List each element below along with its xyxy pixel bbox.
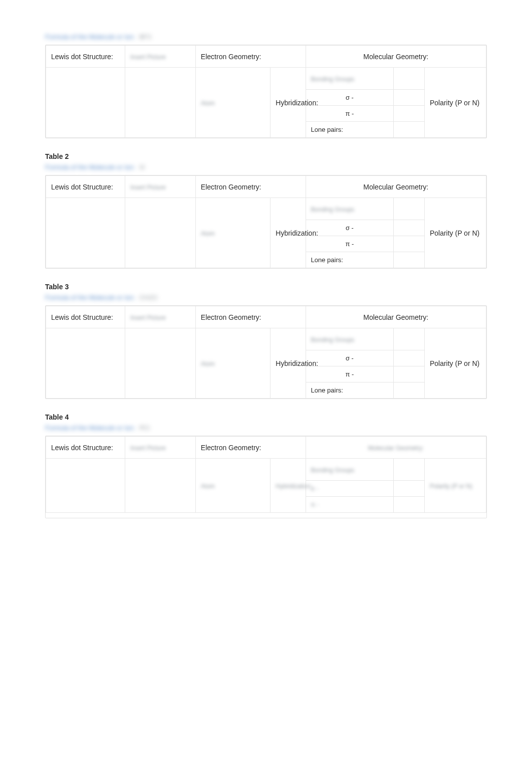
lewis-area-left xyxy=(46,328,125,399)
bonding-groups-cell: Bonding Groups xyxy=(306,459,394,481)
lewis-area-left xyxy=(46,68,125,138)
pi-value xyxy=(394,366,425,382)
formula-value: BF3 xyxy=(139,33,151,41)
lewis-label: Lewis dot Structure: xyxy=(46,176,125,198)
lewis-area-right xyxy=(125,459,196,513)
insert-picture-hint: Insert Picture xyxy=(130,445,166,452)
sigma-label: σ - xyxy=(311,485,319,492)
hybridization-label: Hybridization: xyxy=(276,483,312,490)
atom-cell: Atom xyxy=(195,198,270,268)
lewis-area-right xyxy=(125,198,196,268)
formula-label: Formula of the Molecule or Ion: xyxy=(45,33,135,41)
insert-picture-hint: Insert Picture xyxy=(130,54,166,61)
table-1: Lewis dot Structure: Insert Picture Elec… xyxy=(45,45,487,138)
bonding-groups-value xyxy=(394,459,425,481)
bonding-groups-value xyxy=(394,198,425,220)
molecular-geometry-label: Molecular Geometry: xyxy=(306,306,486,328)
atom-hint: Atom xyxy=(201,100,215,107)
electron-geometry-label: Electron Geometry: xyxy=(195,46,306,68)
lewis-picture-cell: Insert Picture xyxy=(125,306,196,328)
bonding-groups-hint: Bonding Groups xyxy=(311,76,355,83)
table-3-heading: Table 3 xyxy=(45,283,487,291)
formula-label: Formula of the Molecule or Ion: xyxy=(45,424,135,432)
pi-label: π - xyxy=(306,236,394,252)
lewis-picture-cell: Insert Picture xyxy=(125,176,196,198)
bonding-groups-cell: Bonding Groups xyxy=(306,328,394,350)
bonding-groups-cell: Bonding Groups xyxy=(306,68,394,90)
atom-cell: Atom xyxy=(195,68,270,138)
bonding-groups-hint: Bonding Groups xyxy=(311,336,355,343)
table-2: Lewis dot Structure: Insert Picture Elec… xyxy=(45,175,487,269)
polarity-label: Polarity (P or N) xyxy=(424,68,486,138)
hybridization-label: Hybridization: xyxy=(271,68,306,138)
formula-label: Formula of the Molecule or Ion: xyxy=(45,294,135,301)
sigma-cell: σ - xyxy=(306,481,394,497)
pi-label: π - xyxy=(306,366,394,382)
sigma-value xyxy=(394,220,425,236)
bonding-groups-value xyxy=(394,68,425,90)
hybridization-cell: Hybridization: xyxy=(271,459,306,513)
lone-pairs-value xyxy=(394,382,425,399)
lewis-area-left xyxy=(46,198,125,268)
geometry-table: Lewis dot Structure: Insert Picture Elec… xyxy=(46,306,486,399)
pi-label: π - xyxy=(311,501,319,508)
atom-hint: Atom xyxy=(201,360,215,367)
lone-pairs-label: Lone pairs: xyxy=(306,122,394,138)
atom-hint: Atom xyxy=(201,230,215,237)
sigma-label: σ - xyxy=(306,90,394,106)
formula-value: CH2O xyxy=(139,294,157,301)
lewis-area-left xyxy=(46,459,125,513)
pi-value xyxy=(394,497,425,513)
molecular-geometry-label: Molecular Geometry: xyxy=(368,445,424,452)
lewis-picture-cell: Insert Picture xyxy=(125,437,196,459)
pi-cell: π - xyxy=(306,497,394,513)
formula-line-2: Formula of the Molecule or Ion: I3 xyxy=(45,163,487,171)
table-2-heading: Table 2 xyxy=(45,152,487,160)
pi-value xyxy=(394,236,425,252)
sigma-value xyxy=(394,481,425,497)
table-4: Lewis dot Structure: Insert Picture Elec… xyxy=(45,436,487,518)
atom-cell: Atom xyxy=(195,328,270,399)
lone-pairs-label: Lone pairs: xyxy=(306,382,394,399)
formula-label: Formula of the Molecule or Ion: xyxy=(45,163,135,171)
sigma-label: σ - xyxy=(306,350,394,366)
geometry-table: Lewis dot Structure: Insert Picture Elec… xyxy=(46,45,486,138)
lone-pairs-value xyxy=(394,252,425,268)
insert-picture-hint: Insert Picture xyxy=(130,184,166,191)
lewis-picture-cell: Insert Picture xyxy=(125,46,196,68)
sigma-value xyxy=(394,90,425,106)
geometry-table: Lewis dot Structure: Insert Picture Elec… xyxy=(46,436,486,513)
atom-cell: Atom xyxy=(195,459,270,513)
electron-geometry-label: Electron Geometry: xyxy=(195,306,306,328)
lewis-area-right xyxy=(125,328,196,399)
formula-line-4: Formula of the Molecule or Ion: PCl xyxy=(45,424,487,432)
polarity-label: Polarity (P or N) xyxy=(424,198,486,268)
atom-hint: Atom xyxy=(201,483,215,490)
hybridization-label: Hybridization: xyxy=(271,198,306,268)
polarity-cell: Polarity (P or N) xyxy=(424,459,486,513)
sigma-value xyxy=(394,350,425,366)
lone-pairs-value xyxy=(394,122,425,138)
bonding-groups-cell: Bonding Groups xyxy=(306,198,394,220)
bonding-groups-hint: Bonding Groups xyxy=(311,206,355,213)
molecular-geometry-cell: Molecular Geometry: xyxy=(306,437,486,459)
electron-geometry-label: Electron Geometry: xyxy=(195,437,306,459)
molecular-geometry-label: Molecular Geometry: xyxy=(306,176,486,198)
geometry-table: Lewis dot Structure: Insert Picture Elec… xyxy=(46,175,486,268)
polarity-label: Polarity (P or N) xyxy=(424,328,486,399)
table-4-heading: Table 4 xyxy=(45,413,487,421)
table-3: Lewis dot Structure: Insert Picture Elec… xyxy=(45,305,487,399)
lewis-area-right xyxy=(125,68,196,138)
insert-picture-hint: Insert Picture xyxy=(130,314,166,321)
pi-label: π - xyxy=(306,106,394,122)
bonding-groups-value xyxy=(394,328,425,350)
lewis-label: Lewis dot Structure: xyxy=(46,306,125,328)
sigma-label: σ - xyxy=(306,220,394,236)
formula-value: PCl xyxy=(139,424,150,432)
formula-line-3: Formula of the Molecule or Ion: CH2O xyxy=(45,294,487,301)
lewis-label: Lewis dot Structure: xyxy=(46,46,125,68)
pi-value xyxy=(394,106,425,122)
polarity-label: Polarity (P or N) xyxy=(430,483,472,490)
formula-line-1: Formula of the Molecule or Ion: BF3 xyxy=(45,33,487,41)
lone-pairs-label: Lone pairs: xyxy=(306,252,394,268)
